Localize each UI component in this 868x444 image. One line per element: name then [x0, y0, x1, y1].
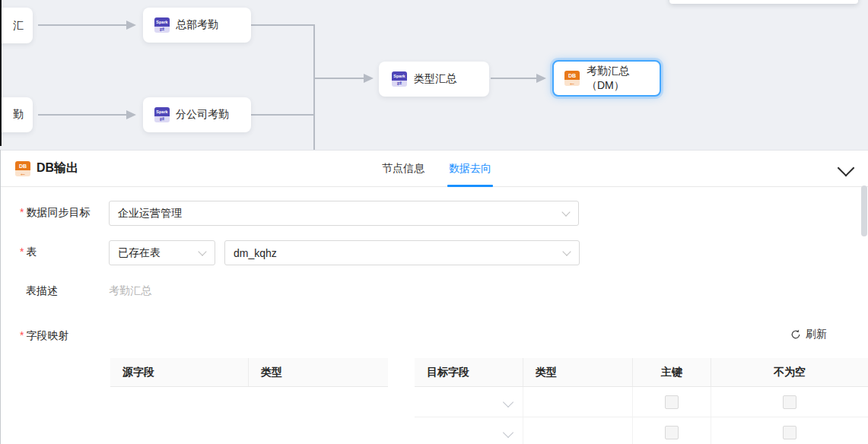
target-table-row [415, 387, 868, 417]
vertical-scrollbar-thumb[interactable] [861, 186, 867, 236]
source-fields-table: 源字段 类型 [110, 358, 388, 387]
db-output-icon: DB ← [15, 161, 30, 176]
panel-title: DB输出 [37, 160, 78, 176]
target-field-select[interactable] [415, 387, 523, 417]
col-type: 类型 [523, 358, 633, 386]
node-label: 类型汇总 [414, 72, 456, 86]
chevron-down-icon [503, 427, 513, 437]
not-null-checkbox[interactable] [783, 395, 796, 409]
node-label: 考勤汇总 （DM） [587, 64, 629, 93]
field-mapping-label: *字段映射 [20, 329, 68, 343]
primary-key-checkbox[interactable] [665, 426, 679, 439]
refresh-icon [790, 329, 801, 340]
flow-node-partial-bottom[interactable]: 勤 [0, 97, 33, 132]
canvas-toolbar-fragment [669, 0, 858, 4]
col-source-field: 源字段 [110, 358, 249, 386]
primary-key-cell [633, 417, 711, 444]
node-label: 分公司考勤 [176, 108, 229, 122]
spark-icon: Spark ⇄ [392, 71, 407, 87]
sync-target-select[interactable]: 企业运营管理 [109, 201, 579, 226]
db-output-panel: DB ← DB输出 节点信息 数据去向 *数据同步目标 企业运营管理 [0, 150, 868, 444]
tab-data-destination[interactable]: 数据去向 [449, 151, 491, 187]
app-root: 汇 勤 Spark ⇄ 总部考勤 Spark ⇄ 分公司考勤 Spark ⇄ 类… [0, 0, 868, 444]
col-primary-key: 主键 [633, 358, 711, 386]
chevron-down-icon [562, 247, 571, 255]
spark-icon: Spark ⇄ [154, 17, 170, 33]
flow-node-branch-attendance[interactable]: Spark ⇄ 分公司考勤 [143, 97, 251, 132]
panel-tabs: 节点信息 数据去向 [382, 151, 491, 187]
flow-node-partial-top[interactable]: 汇 [0, 8, 33, 43]
not-null-cell [711, 417, 868, 444]
panel-edge-line [0, 150, 1, 444]
db-icon: DB ← [564, 71, 580, 86]
col-not-null: 不为空 [711, 358, 868, 386]
target-field-select[interactable] [415, 417, 523, 444]
flow-canvas[interactable]: 汇 勤 Spark ⇄ 总部考勤 Spark ⇄ 分公司考勤 Spark ⇄ 类… [0, 0, 868, 150]
type-cell [523, 387, 633, 417]
target-table-row [415, 417, 868, 444]
chevron-down-icon [561, 208, 570, 216]
sync-target-label: *数据同步目标 [20, 206, 90, 220]
panel-header: DB ← DB输出 节点信息 数据去向 [0, 151, 868, 187]
table-desc-value: 考勤汇总 [109, 284, 151, 298]
flow-node-hq-attendance[interactable]: Spark ⇄ 总部考勤 [143, 8, 251, 43]
node-label: 汇 [13, 19, 24, 33]
flow-node-attendance-summary-dm[interactable]: DB ← 考勤汇总 （DM） [552, 60, 661, 97]
table-mode-select[interactable]: 已存在表 [109, 240, 215, 265]
source-table-header: 源字段 类型 [110, 358, 388, 387]
table-desc-label: 表描述 [26, 284, 58, 298]
chevron-down-icon [198, 247, 206, 255]
node-label: 勤 [13, 108, 24, 122]
flow-node-type-summary[interactable]: Spark ⇄ 类型汇总 [379, 62, 489, 97]
not-null-cell [711, 387, 868, 417]
primary-key-checkbox[interactable] [665, 395, 679, 409]
col-target-field: 目标字段 [415, 358, 523, 386]
spark-icon: Spark ⇄ [154, 107, 170, 122]
target-table-header: 目标字段 类型 主键 不为空 [415, 358, 868, 387]
canvas-edge-line [0, 0, 2, 146]
table-label: *表 [20, 246, 37, 259]
type-cell [523, 417, 633, 444]
tab-node-info[interactable]: 节点信息 [382, 151, 424, 187]
chevron-down-icon [503, 396, 513, 407]
node-label: 总部考勤 [176, 18, 218, 32]
not-null-checkbox[interactable] [783, 426, 796, 439]
col-type: 类型 [249, 358, 388, 386]
target-fields-table: 目标字段 类型 主键 不为空 [415, 358, 868, 444]
table-name-select[interactable]: dm_kqhz [224, 240, 580, 265]
collapse-panel-chevron-down-icon[interactable] [838, 160, 855, 177]
primary-key-cell [633, 387, 711, 417]
refresh-button[interactable]: 刷新 [790, 328, 827, 341]
